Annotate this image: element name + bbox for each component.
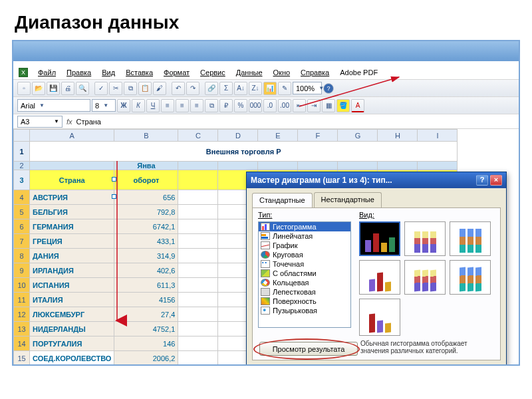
borders-icon[interactable]: ▦ [322, 99, 335, 112]
tab-standard[interactable]: Стандартные [252, 193, 313, 208]
subtype-100pct-column[interactable] [450, 221, 491, 256]
cell-value[interactable]: 402,6 [114, 263, 178, 278]
cell-country[interactable]: ДАНИЯ [30, 249, 114, 263]
col-header-a[interactable]: A [30, 130, 114, 142]
type-scatter[interactable]: Точечная [259, 259, 350, 269]
sort-desc-icon[interactable]: Z↓ [249, 82, 262, 95]
align-right-icon[interactable]: ≡ [190, 99, 203, 112]
paste-icon[interactable]: 📋 [138, 82, 152, 95]
cell-value[interactable]: 4156 [114, 293, 178, 307]
help-button-icon[interactable]: ? [476, 175, 488, 186]
chart-type-listbox[interactable]: Гистограмма Линейчатая График Круговая Т… [258, 221, 351, 328]
type-histogram[interactable]: Гистограмма [259, 222, 350, 231]
font-combo[interactable]: Arial▼ [17, 99, 90, 112]
menu-tools[interactable]: Сервис [196, 66, 230, 78]
link-icon[interactable]: 🔗 [205, 82, 218, 95]
sheet-title-cell[interactable]: Внешняя торговля Р [30, 142, 458, 162]
col-header-c[interactable]: C [178, 130, 218, 142]
col-header-i[interactable]: I [418, 130, 458, 142]
type-doughnut[interactable]: Кольцевая [259, 278, 350, 287]
cell-country[interactable]: ИТАЛИЯ [30, 293, 114, 307]
menu-window[interactable]: Окно [269, 66, 295, 78]
menu-format[interactable]: Формат [159, 66, 194, 78]
header-oborot[interactable]: оборот [114, 170, 178, 190]
format-painter-icon[interactable]: 🖌 [153, 82, 166, 95]
undo-icon[interactable]: ↶ [172, 82, 185, 95]
menu-edit[interactable]: Правка [62, 66, 96, 78]
italic-icon[interactable]: К [132, 99, 145, 112]
chart-wizard-icon[interactable]: 📊 [263, 82, 277, 95]
merge-icon[interactable]: ⧉ [205, 99, 218, 112]
spell-icon[interactable]: ✓ [94, 82, 108, 95]
type-bubble[interactable]: Пузырьковая [259, 306, 350, 315]
type-pie[interactable]: Круговая [259, 250, 350, 259]
cell-value[interactable]: 146 [114, 336, 178, 351]
cell-value[interactable]: 4752,1 [114, 322, 178, 336]
tab-custom[interactable]: Нестандартные [314, 192, 382, 207]
type-line[interactable]: График [259, 241, 350, 250]
dialog-titlebar[interactable]: Мастер диаграмм (шаг 1 из 4): тип... ? × [247, 172, 506, 188]
col-header-b[interactable]: B [114, 130, 178, 142]
cell-value[interactable]: 314,9 [114, 249, 178, 263]
cell-value[interactable]: 792,8 [114, 205, 178, 219]
align-center-icon[interactable]: ≡ [176, 99, 189, 112]
type-bar[interactable]: Линейчатая [259, 231, 350, 241]
cell-value[interactable]: 611,3 [114, 278, 178, 293]
selection-handle-icon[interactable] [112, 177, 116, 182]
redo-icon[interactable]: ↷ [186, 82, 200, 95]
cell-country[interactable]: ЛЮКСЕМБУРГ [30, 307, 114, 322]
cell-country[interactable]: ИРЛАНДИЯ [30, 263, 114, 278]
copy-icon[interactable]: ⧉ [124, 82, 137, 95]
bold-icon[interactable]: Ж [117, 99, 130, 112]
col-header-f[interactable]: F [298, 130, 338, 142]
subtype-3d-column[interactable] [359, 299, 400, 336]
selection-handle-icon[interactable] [112, 194, 116, 199]
fontsize-combo[interactable]: 8▼ [92, 99, 116, 112]
cell-value[interactable]: 656 [114, 190, 178, 205]
preview-icon[interactable]: 🔍 [76, 82, 89, 95]
percent-icon[interactable]: % [234, 99, 247, 112]
decrease-decimal-icon[interactable]: .00 [278, 99, 291, 112]
increase-decimal-icon[interactable]: .0 [263, 99, 277, 112]
menu-file[interactable]: Файл [33, 66, 61, 78]
increase-indent-icon[interactable]: ⇥ [307, 99, 321, 112]
cell-value[interactable]: 433,1 [114, 234, 178, 249]
close-button-icon[interactable]: × [490, 175, 502, 186]
cell-country[interactable]: ПОРТУГАЛИЯ [30, 336, 114, 351]
cell-value[interactable]: 2006,2 [114, 351, 178, 366]
fx-icon[interactable]: fx [66, 118, 72, 126]
cell-country[interactable]: БЕЛЬГИЯ [30, 205, 114, 219]
menu-adobe-pdf[interactable]: Adobe PDF [335, 66, 382, 78]
type-surface[interactable]: Поверхность [259, 297, 350, 306]
header-country[interactable]: Страна [30, 170, 114, 190]
cell-value[interactable]: 6742,1 [114, 219, 178, 234]
menu-data[interactable]: Данные [231, 66, 267, 78]
col-header-h[interactable]: H [378, 130, 418, 142]
menu-view[interactable]: Вид [97, 66, 120, 78]
print-icon[interactable]: 🖨 [61, 82, 74, 95]
type-area[interactable]: С областями [259, 269, 350, 278]
help-icon[interactable]: ? [323, 83, 334, 94]
menu-insert[interactable]: Вставка [121, 66, 158, 78]
currency-icon[interactable]: ₽ [219, 99, 233, 112]
cell-country[interactable]: ИСПАНИЯ [30, 278, 114, 293]
decrease-indent-icon[interactable]: ⇤ [293, 99, 306, 112]
subtype-3d-100pct[interactable] [450, 260, 491, 295]
subtype-3d-stacked[interactable] [404, 260, 446, 295]
formula-value[interactable]: Страна [76, 118, 101, 126]
subtype-stacked-column[interactable] [404, 221, 446, 256]
menu-help[interactable]: Справка [296, 66, 334, 78]
name-box[interactable]: A3▼ [17, 116, 63, 128]
font-color-icon[interactable]: A [351, 99, 364, 112]
cut-icon[interactable]: ✂ [109, 82, 122, 95]
col-header-g[interactable]: G [338, 130, 378, 142]
comma-icon[interactable]: 000 [249, 99, 262, 112]
new-icon[interactable]: ▫ [17, 82, 31, 95]
cell-country[interactable]: СОЕД.КОРОЛЕВСТВО [30, 351, 114, 366]
autosum-icon[interactable]: Σ [219, 82, 233, 95]
subtype-clustered-column[interactable] [359, 221, 400, 256]
zoom-combo[interactable]: 100%▼ [293, 82, 322, 94]
col-header-e[interactable]: E [258, 130, 298, 142]
fill-color-icon[interactable]: 🪣 [336, 99, 350, 112]
cell-country[interactable]: ГРЕЦИЯ [30, 234, 114, 249]
